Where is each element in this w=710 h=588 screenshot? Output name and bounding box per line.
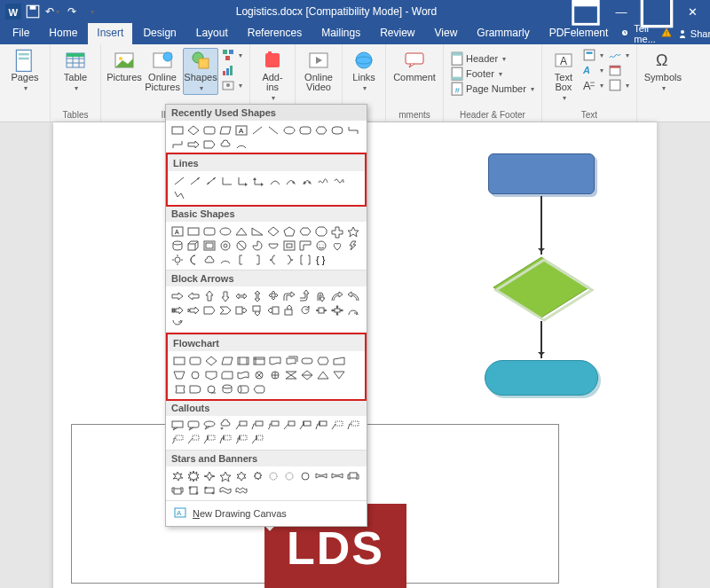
basic-diamond[interactable] [265,224,281,239]
fc-process[interactable] [171,354,187,368]
online-video-button[interactable]: Online Video [301,48,336,94]
arrow-circular[interactable] [297,303,313,318]
basic-lightning[interactable] [345,239,361,253]
basic-cube[interactable] [185,239,201,253]
links-button[interactable]: Links▾ [348,48,380,95]
tab-design[interactable]: Design [134,23,185,44]
line-scribble[interactable] [331,174,347,188]
arrow-curved-d[interactable] [170,318,185,332]
line-freeform2[interactable] [171,188,187,202]
fc-display[interactable] [251,382,267,396]
callout-ba3[interactable] [233,433,249,447]
basic-plus[interactable] [329,224,345,239]
addins-button[interactable]: Add-ins▾ [256,48,289,105]
line-elbow-arrow[interactable] [235,174,251,188]
ribbon-up[interactable] [345,469,361,483]
callout-round[interactable] [185,419,201,433]
tab-review[interactable]: Review [371,23,423,44]
ribbon-curved-down[interactable] [329,469,345,483]
callout-line2[interactable] [249,419,265,433]
object-button[interactable]: ▾ [607,78,631,92]
fc-sort[interactable] [299,368,315,382]
shape-hexagon[interactable] [313,123,329,137]
star-5pt[interactable] [217,469,233,483]
fc-delay[interactable] [187,382,203,396]
fc-predef[interactable] [235,354,251,368]
shape-pentagon[interactable] [201,137,217,152]
arrow-callout-u[interactable] [281,303,297,318]
tab-layout[interactable]: Layout [187,23,237,44]
arrow-callout-r[interactable] [233,303,249,318]
wave[interactable] [217,483,233,498]
fc-prep[interactable] [315,354,331,368]
shape-elbow2[interactable] [170,137,185,152]
screenshot-button[interactable]: ▾ [220,78,244,92]
footer-button[interactable]: Footer▾ [449,67,536,81]
shape-arrow-right[interactable] [185,137,201,152]
basic-bracket-l[interactable] [233,253,249,267]
line-arrow[interactable] [187,174,203,188]
basic-sun[interactable] [170,253,185,267]
basic-donut[interactable] [217,239,233,253]
star-8pt[interactable] [249,469,265,483]
fc-manual-input[interactable] [331,354,347,368]
fc-direct-access[interactable] [235,382,251,396]
callout-line4[interactable] [281,419,297,433]
star-4pt[interactable] [201,469,217,483]
save-icon[interactable] [25,4,41,20]
tab-home[interactable]: Home [40,23,86,44]
shape-line2[interactable] [265,123,281,137]
basic-noentry[interactable] [233,239,249,253]
flowchart-terminator-shape[interactable] [485,360,598,396]
basic-hexagon[interactable] [297,224,313,239]
basic-moon[interactable] [185,253,201,267]
fc-data[interactable] [219,354,235,368]
tab-view[interactable]: View [426,23,467,44]
arrow-callout-d[interactable] [249,303,265,318]
connector-arrow-1[interactable] [540,196,542,255]
shape-roundrect[interactable] [201,123,217,137]
pictures-button[interactable]: Pictures [106,48,142,84]
shape-roundrect2[interactable] [297,123,313,137]
basic-brace-l[interactable] [265,253,281,267]
arrow-lr[interactable] [233,289,249,303]
fc-offpage[interactable] [203,368,219,382]
tell-me[interactable]: Tell me... [620,23,655,44]
basic-frame[interactable] [281,239,297,253]
arrow-right[interactable] [170,289,185,303]
share-button[interactable]: Share [677,28,710,39]
double-wave[interactable] [233,483,249,498]
basic-roundrect[interactable] [201,224,217,239]
fc-internal[interactable] [251,354,267,368]
star-explosion1[interactable] [170,469,185,483]
basic-bracket-r[interactable] [249,253,265,267]
basic-brackets[interactable] [297,253,313,267]
callout-border2[interactable] [345,419,361,433]
callout-accent2[interactable] [313,419,329,433]
fc-tape[interactable] [235,368,251,382]
tab-references[interactable]: References [239,23,311,44]
symbols-button[interactable]: Ω Symbols▾ [643,48,683,95]
line-plain[interactable] [171,174,187,188]
basic-rect[interactable] [185,224,201,239]
basic-lframe[interactable] [297,239,313,253]
basic-arc[interactable] [217,253,233,267]
date-time-button[interactable] [607,63,631,77]
fc-seq-access[interactable] [203,382,219,396]
basic-star[interactable] [345,224,361,239]
fc-junction[interactable] [251,368,267,382]
callout-ba2[interactable] [217,433,233,447]
star-explosion2[interactable] [185,469,201,483]
shape-data[interactable] [217,123,233,137]
fc-magnetic[interactable] [219,382,235,396]
basic-octagon[interactable] [313,224,329,239]
basic-can[interactable] [170,239,185,253]
basic-rtriangle[interactable] [249,224,265,239]
scroll-h[interactable] [201,483,217,498]
shape-oval[interactable] [281,123,297,137]
fc-terminator[interactable] [299,354,315,368]
shape-line[interactable] [249,123,265,137]
table-button[interactable]: Table▾ [56,48,95,95]
line-freeform[interactable] [315,174,331,188]
pages-button[interactable]: Pages▾ [5,48,44,95]
